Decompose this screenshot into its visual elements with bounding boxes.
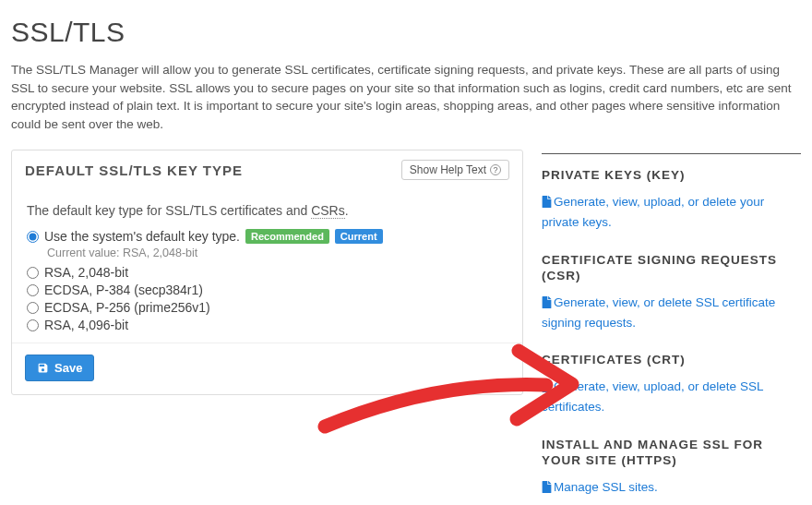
- sidebar-heading: CERTIFICATES (CRT): [542, 352, 801, 368]
- keytype-radio[interactable]: [27, 284, 39, 296]
- sidebar-divider: [542, 153, 801, 154]
- csr-abbr: CSRs: [311, 203, 345, 219]
- keytype-radio[interactable]: [27, 302, 39, 314]
- save-button[interactable]: Save: [25, 355, 94, 381]
- keytype-label: RSA, 4,096-bit: [44, 318, 128, 332]
- recommended-badge: Recommended: [245, 229, 329, 244]
- sidebar-section-install-manage: INSTALL AND MANAGE SSL FOR YOUR SITE (HT…: [542, 437, 801, 499]
- show-help-label: Show Help Text: [410, 163, 486, 176]
- current-value-note: Current value: RSA, 2,048-bit: [47, 246, 508, 259]
- manage-ssl-link[interactable]: Manage SSL sites.: [542, 480, 658, 494]
- save-button-label: Save: [54, 361, 82, 375]
- keytype-option-system-default[interactable]: Use the system's default key type. Recom…: [27, 229, 508, 244]
- sidebar-section-certificates: CERTIFICATES (CRT) Generate, view, uploa…: [542, 352, 801, 415]
- file-icon: [542, 380, 552, 398]
- sidebar-link-text: Generate, view, or delete SSL certificat…: [542, 295, 775, 330]
- keytype-option-rsa2048[interactable]: RSA, 2,048-bit: [27, 265, 508, 280]
- keytype-radio[interactable]: [27, 231, 39, 243]
- keytype-option-ecdsa-p256[interactable]: ECDSA, P-256 (prime256v1): [27, 300, 508, 315]
- panel-intro: The default key type for SSL/TLS certifi…: [27, 203, 508, 218]
- keytype-option-ecdsa-p384[interactable]: ECDSA, P-384 (secp384r1): [27, 283, 508, 297]
- keytype-option-rsa4096[interactable]: RSA, 4,096-bit: [27, 318, 508, 332]
- file-icon: [542, 296, 552, 314]
- sidebar-heading: CERTIFICATE SIGNING REQUESTS (CSR): [542, 252, 801, 284]
- private-keys-link[interactable]: Generate, view, upload, or delete your p…: [542, 195, 764, 229]
- save-icon: [37, 362, 49, 374]
- csr-link[interactable]: Generate, view, or delete SSL certificat…: [542, 295, 775, 330]
- keytype-label: RSA, 2,048-bit: [44, 265, 128, 280]
- show-help-button[interactable]: Show Help Text ?: [401, 160, 509, 180]
- panel-heading: DEFAULT SSL/TLS KEY TYPE: [25, 162, 243, 178]
- file-icon: [542, 481, 552, 499]
- sidebar-link-text: Generate, view, upload, or delete your p…: [542, 195, 764, 229]
- sidebar-section-private-keys: PRIVATE KEYS (KEY) Generate, view, uploa…: [542, 167, 801, 231]
- keytype-label: ECDSA, P-256 (prime256v1): [44, 300, 210, 315]
- keytype-radio[interactable]: [27, 267, 39, 279]
- sidebar-section-csr: CERTIFICATE SIGNING REQUESTS (CSR) Gener…: [542, 252, 801, 332]
- sidebar-link-text: Generate, view, upload, or delete SSL ce…: [542, 379, 763, 414]
- sidebar-heading: INSTALL AND MANAGE SSL FOR YOUR SITE (HT…: [542, 437, 801, 469]
- certificates-link[interactable]: Generate, view, upload, or delete SSL ce…: [542, 379, 763, 414]
- default-key-type-panel: DEFAULT SSL/TLS KEY TYPE Show Help Text …: [11, 150, 523, 395]
- sidebar-link-text: Manage SSL sites.: [554, 480, 658, 494]
- sidebar-heading: PRIVATE KEYS (KEY): [542, 167, 801, 184]
- page-title: SSL/TLS: [11, 17, 801, 48]
- keytype-label: Use the system's default key type.: [44, 229, 240, 244]
- keytype-label: ECDSA, P-384 (secp384r1): [44, 283, 203, 297]
- page-description: The SSL/TLS Manager will allow you to ge…: [11, 61, 795, 133]
- help-icon: ?: [490, 164, 501, 175]
- keytype-radio[interactable]: [27, 319, 39, 331]
- current-badge: Current: [335, 229, 383, 244]
- file-icon: [542, 196, 552, 213]
